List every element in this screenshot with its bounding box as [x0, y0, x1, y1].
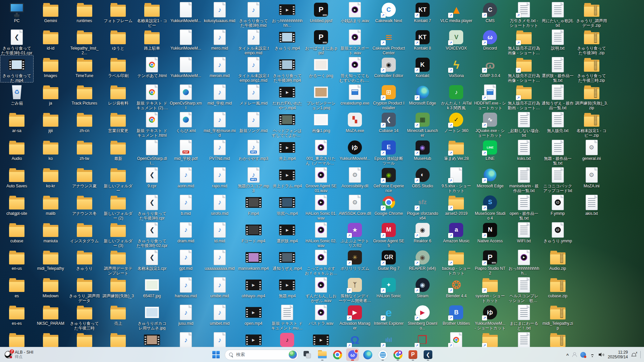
desktop-icon[interactable]: ニコニコバックアップコードtxt: [541, 165, 575, 193]
desktop-icon[interactable]: ↗9.5.xlsx - ショートカット: [439, 165, 473, 193]
taskbar-app-chrome[interactable]: [331, 348, 344, 361]
desktop-icon[interactable]: OpenCvSharp.xml: [169, 82, 203, 110]
desktop-icon[interactable]: ヘッドフォンはずしててよかっt.mp4: [270, 110, 304, 137]
desktop-icon[interactable]: ▶001_東北きりたん（ノーマル）_今じゃ...: [304, 138, 338, 165]
desktop-icon[interactable]: F.mp4: [237, 193, 270, 220]
desktop-icon[interactable]: ♪mid_学校muse.mid: [203, 110, 236, 137]
desktop-icon[interactable]: 無人販売.txt: [541, 110, 575, 137]
desktop-icon[interactable]: ϟ↗VoiSona: [439, 55, 473, 82]
desktop-icon[interactable]: PC: [0, 0, 34, 27]
desktop-icon[interactable]: ◉↗GeForce Experience: [372, 165, 406, 193]
desktop-icon[interactable]: e↗Internet Explorer: [372, 303, 406, 330]
desktop-icon[interactable]: ▶ohhayo-.mp4: [237, 275, 270, 303]
desktop-icon[interactable]: ♪rajio.mid: [203, 165, 236, 193]
desktop-icon[interactable]: ↗無人販売不正行為動画 - ショートカット: [507, 82, 541, 110]
desktop-icon[interactable]: きゅうりボカコレ用サムネ.jpg: [135, 303, 169, 330]
desktop-icon[interactable]: ♪hamusu.mid: [169, 275, 203, 303]
desktop-icon[interactable]: ❮↗Cubase 14: [372, 110, 406, 137]
desktop-icon[interactable]: Telepathy_Inst_2...: [68, 27, 101, 55]
desktop-icon[interactable]: ↗airset2-2019: [439, 193, 473, 220]
desktop-icon[interactable]: きゅうり_調声用データ: [68, 275, 101, 303]
desktop-icon[interactable]: ♪kotusytuaaus.mid: [203, 0, 236, 27]
desktop-icon[interactable]: YukkuriMovieM...: [169, 55, 203, 82]
desktop-icon[interactable]: malib: [34, 193, 67, 220]
desktop-icon[interactable]: midi_Telepathy: [34, 248, 67, 275]
desktop-icon[interactable]: ♪aorin.mid: [169, 165, 203, 193]
desktop-icon[interactable]: ↗万引きメモ.txt - ショートカット: [507, 0, 541, 27]
desktop-icon[interactable]: a↗Amazon Music: [439, 220, 473, 248]
desktop-icon[interactable]: きゅうり食ってた午後三時.zip: [575, 55, 608, 82]
desktop-icon[interactable]: ⚙MoZA.ini: [575, 165, 608, 193]
desktop-icon[interactable]: N↗Native Access: [473, 220, 507, 248]
tray-overflow-chevron-icon[interactable]: ^: [566, 353, 569, 358]
desktop-icon[interactable]: ▶パスドラ.wav: [304, 303, 338, 330]
desktop-icon[interactable]: ▶おっhhhhhhhhhhh...: [507, 248, 541, 275]
desktop-icon[interactable]: zh-tw: [68, 138, 101, 165]
desktop-icon[interactable]: ▶HALion Sonic 01.wav: [304, 193, 338, 220]
desktop-icon[interactable]: YukkuriMovieM...: [169, 27, 203, 55]
desktop-icon[interactable]: きゅうり: [68, 248, 101, 275]
desktop-icon[interactable]: ▶無題.mp4: [270, 275, 304, 303]
desktop-icon[interactable]: ▶選択肢.mp4: [270, 220, 304, 248]
desktop-icon[interactable]: Gemini: [34, 0, 67, 27]
desktop-icon[interactable]: C↗CMS: [473, 0, 507, 27]
desktop-icon[interactable]: ❮名称未設定1.cpr: [135, 248, 169, 275]
desktop-icon[interactable]: ゆYukkuriMovieM...: [338, 138, 372, 165]
desktop-icon[interactable]: 路上駐車: [135, 27, 169, 55]
desktop-icon[interactable]: ⚙AWSSDK.Core.dll: [338, 193, 372, 220]
desktop-icon[interactable]: LINE↗LINE: [473, 138, 507, 165]
desktop-icon[interactable]: 新しいフォルダー (3): [101, 220, 135, 248]
desktop-icon[interactable]: ★↗ぷよぷよ™テトリス®2: [338, 220, 372, 248]
desktop-icon[interactable]: E↗Epson 接続診断ツール: [372, 138, 406, 165]
desktop-icon[interactable]: ↗無人販売不正行為画像 - ショートカッ...: [507, 27, 541, 55]
desktop-icon[interactable]: ◉↗REAPER (x64): [406, 248, 439, 275]
desktop-icon[interactable]: ♪MP3無題のスコア.mp3: [237, 165, 270, 193]
desktop-icon[interactable]: S↗MuseScore Studio 4: [473, 193, 507, 220]
desktop-icon[interactable]: かるーく.png: [304, 55, 338, 82]
desktop-icon[interactable]: GR↗Guitar Rig 7: [372, 248, 406, 275]
desktop-icon[interactable]: sfz↗Plogue sforzando x64: [406, 193, 439, 220]
desktop-icon[interactable]: インスタグラム: [68, 220, 101, 248]
desktop-icon[interactable]: ko-kr: [34, 165, 67, 193]
desktop-icon[interactable]: ヘルスコンプレッション__歌詞.txt: [507, 275, 541, 303]
desktop-icon[interactable]: ja: [34, 82, 67, 110]
desktop-icon[interactable]: ◉↗Steam: [406, 275, 439, 303]
desktop-icon[interactable]: ▶open.mp4: [237, 303, 270, 330]
desktop-icon[interactable]: ✓↗ノートン 360: [439, 110, 473, 137]
desktop-icon[interactable]: ◐↗OBS Studio: [406, 165, 439, 193]
desktop-icon[interactable]: ▶HALion Sonic 02.wav: [304, 220, 338, 248]
desktop-icon[interactable]: ▶↗Activation Manager: [338, 303, 372, 330]
desktop-icon[interactable]: ♪mero.mid: [203, 27, 236, 55]
desktop-icon[interactable]: KT↗Kontakt 8: [406, 27, 439, 55]
desktop-icon[interactable]: V↗VOICEVOX: [439, 27, 473, 55]
desktop-icon[interactable]: アナウンス冬: [68, 193, 101, 220]
notification-bell-icon[interactable]: z: [631, 352, 636, 357]
taskbar-app-chrome-profile[interactable]: [391, 348, 404, 361]
desktop-icon[interactable]: 新しいフォルダー: [101, 165, 135, 193]
desktop-icon[interactable]: en-us: [0, 248, 34, 275]
desktop-icon[interactable]: ♪jusu.mid: [169, 303, 203, 330]
desktop-icon[interactable]: ▶こってゅｈｄすおｆｄｓｂふぉ.wav: [304, 248, 338, 275]
show-desktop-button[interactable]: [640, 351, 641, 358]
desktop-icon[interactable]: 名称未設定1 - コピー: [135, 0, 169, 27]
desktop-icon[interactable]: YukkuriMovieM...: [169, 0, 203, 27]
desktop-icon[interactable]: ✳↗ポリリリリズム: [338, 248, 372, 275]
desktop-icon[interactable]: 調声用データテンプレート: [101, 248, 135, 275]
desktop-icon[interactable]: PDFmid_学校.pdf: [169, 138, 203, 165]
desktop-icon[interactable]: PNT2↗Piapro Studio NT2: [473, 248, 507, 275]
desktop-icon[interactable]: ar-sa: [0, 110, 34, 137]
desktop-icon[interactable]: ▶答え知っててもむずいわこれ.wav: [338, 55, 372, 82]
desktop-icon[interactable]: 売上: [101, 303, 135, 330]
desktop-icon[interactable]: createdump.exe: [338, 82, 372, 110]
desktop-icon[interactable]: 説明.txt: [541, 27, 575, 55]
desktop-icon[interactable]: フォトフレーム: [101, 0, 135, 27]
desktop-icon[interactable]: ♪sirofo.mid: [203, 193, 236, 220]
wifi-icon[interactable]: [589, 353, 595, 357]
desktop-icon[interactable]: ◉↗MuseHub: [406, 138, 439, 165]
desktop-icon[interactable]: 通知うぜえ - 親作品一覧.txt: [541, 82, 575, 110]
desktop-icon[interactable]: アナウンス夏: [68, 165, 101, 193]
desktop-icon[interactable]: manisekarin.mp4: [237, 248, 270, 275]
desktop-icon[interactable]: ♪td.mid: [203, 220, 236, 248]
desktop-icon[interactable]: ♪きゅうり食ってた午後3時.mid: [237, 0, 270, 27]
desktop-icon[interactable]: 画像1.png: [304, 110, 338, 137]
